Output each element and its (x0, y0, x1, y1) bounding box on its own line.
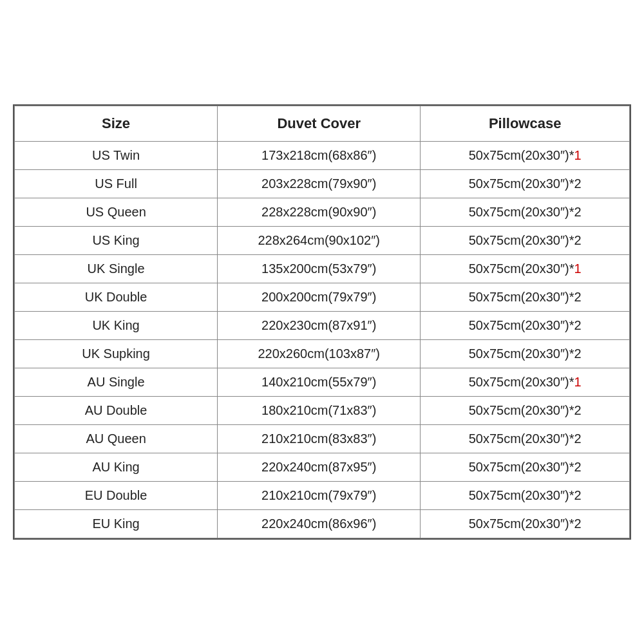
pillow-count-red: 1 (574, 261, 581, 276)
cell-size: US King (15, 227, 218, 255)
size-chart-container: Size Duvet Cover Pillowcase US Twin173x2… (13, 104, 631, 540)
cell-pillow: 50x75cm(20x30″)*2 (421, 453, 630, 482)
table-row: UK Single135x200cm(53x79″)50x75cm(20x30″… (15, 255, 630, 283)
cell-pillow: 50x75cm(20x30″)*2 (421, 397, 630, 425)
cell-pillow: 50x75cm(20x30″)*2 (421, 510, 630, 538)
table-row: AU Single140x210cm(55x79″)50x75cm(20x30″… (15, 368, 630, 397)
cell-pillow: 50x75cm(20x30″)*1 (421, 255, 630, 283)
table-row: AU Double180x210cm(71x83″)50x75cm(20x30″… (15, 397, 630, 425)
header-size: Size (15, 106, 218, 142)
cell-pillow: 50x75cm(20x30″)*2 (421, 283, 630, 312)
table-row: US Twin173x218cm(68x86″)50x75cm(20x30″)*… (15, 142, 630, 170)
cell-size: US Full (15, 170, 218, 198)
table-row: EU King220x240cm(86x96″)50x75cm(20x30″)*… (15, 510, 630, 538)
cell-pillow: 50x75cm(20x30″)*2 (421, 227, 630, 255)
cell-size: EU Double (15, 482, 218, 510)
cell-pillow: 50x75cm(20x30″)*2 (421, 482, 630, 510)
table-row: US King228x264cm(90x102″)50x75cm(20x30″)… (15, 227, 630, 255)
cell-duvet: 210x210cm(83x83″) (218, 425, 421, 453)
cell-size: AU Single (15, 368, 218, 397)
cell-size: UK Double (15, 283, 218, 312)
table-row: US Full203x228cm(79x90″)50x75cm(20x30″)*… (15, 170, 630, 198)
cell-pillow: 50x75cm(20x30″)*2 (421, 198, 630, 227)
cell-pillow: 50x75cm(20x30″)*2 (421, 425, 630, 453)
cell-size: AU King (15, 453, 218, 482)
table-row: UK King220x230cm(87x91″)50x75cm(20x30″)*… (15, 312, 630, 340)
pillow-base-text: 50x75cm(20x30″)* (469, 375, 574, 389)
pillow-count-red: 1 (574, 148, 581, 162)
cell-duvet: 228x264cm(90x102″) (218, 227, 421, 255)
pillow-base-text: 50x75cm(20x30″)* (469, 148, 574, 162)
cell-duvet: 135x200cm(53x79″) (218, 255, 421, 283)
cell-duvet: 200x200cm(79x79″) (218, 283, 421, 312)
cell-size: US Twin (15, 142, 218, 170)
table-row: US Queen228x228cm(90x90″)50x75cm(20x30″)… (15, 198, 630, 227)
table-row: UK Double200x200cm(79x79″)50x75cm(20x30″… (15, 283, 630, 312)
cell-size: UK Supking (15, 340, 218, 368)
cell-pillow: 50x75cm(20x30″)*2 (421, 312, 630, 340)
cell-size: AU Double (15, 397, 218, 425)
table-row: UK Supking220x260cm(103x87″)50x75cm(20x3… (15, 340, 630, 368)
cell-size: UK Single (15, 255, 218, 283)
cell-pillow: 50x75cm(20x30″)*2 (421, 340, 630, 368)
size-chart-table: Size Duvet Cover Pillowcase US Twin173x2… (14, 106, 630, 538)
cell-size: EU King (15, 510, 218, 538)
cell-pillow: 50x75cm(20x30″)*1 (421, 142, 630, 170)
cell-duvet: 220x240cm(87x95″) (218, 453, 421, 482)
cell-size: AU Queen (15, 425, 218, 453)
header-duvet: Duvet Cover (218, 106, 421, 142)
pillow-base-text: 50x75cm(20x30″)* (469, 261, 574, 276)
cell-duvet: 203x228cm(79x90″) (218, 170, 421, 198)
cell-duvet: 220x240cm(86x96″) (218, 510, 421, 538)
pillow-count-red: 1 (574, 375, 581, 389)
header-pillow: Pillowcase (421, 106, 630, 142)
cell-duvet: 220x230cm(87x91″) (218, 312, 421, 340)
cell-duvet: 220x260cm(103x87″) (218, 340, 421, 368)
cell-pillow: 50x75cm(20x30″)*2 (421, 170, 630, 198)
table-row: AU King220x240cm(87x95″)50x75cm(20x30″)*… (15, 453, 630, 482)
cell-duvet: 228x228cm(90x90″) (218, 198, 421, 227)
cell-size: UK King (15, 312, 218, 340)
cell-size: US Queen (15, 198, 218, 227)
cell-duvet: 173x218cm(68x86″) (218, 142, 421, 170)
table-header-row: Size Duvet Cover Pillowcase (15, 106, 630, 142)
cell-duvet: 180x210cm(71x83″) (218, 397, 421, 425)
table-row: AU Queen210x210cm(83x83″)50x75cm(20x30″)… (15, 425, 630, 453)
cell-duvet: 140x210cm(55x79″) (218, 368, 421, 397)
cell-pillow: 50x75cm(20x30″)*1 (421, 368, 630, 397)
table-row: EU Double210x210cm(79x79″)50x75cm(20x30″… (15, 482, 630, 510)
cell-duvet: 210x210cm(79x79″) (218, 482, 421, 510)
